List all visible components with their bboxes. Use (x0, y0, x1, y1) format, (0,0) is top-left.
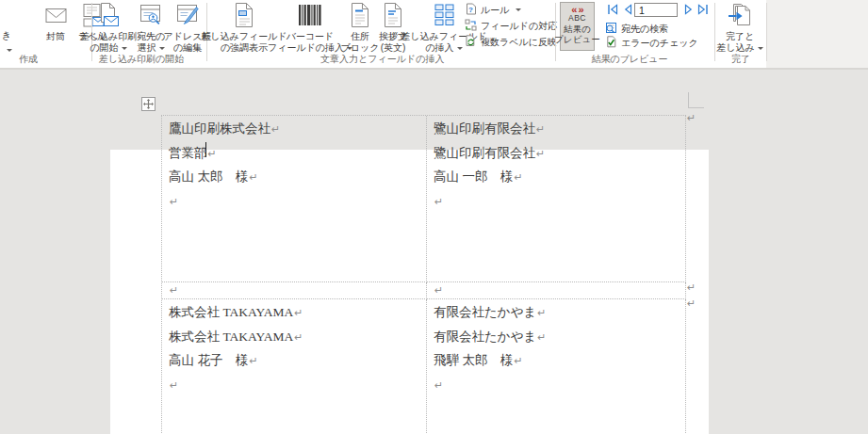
name-line: 高山 太郎 様↵ (169, 166, 422, 190)
svg-text:?: ? (468, 6, 473, 14)
update-labels-icon (465, 35, 477, 49)
department-line: 鷺山印刷有限会社↵ (434, 142, 681, 167)
department-line: 株式会社 TAKAYAMA↵ (169, 326, 422, 350)
find-recipient-button[interactable]: 宛先の検索 (605, 22, 668, 36)
start-mail-merge-icon (95, 2, 122, 30)
preview-results-toggle[interactable]: « » ABC 結果の プレビュー (560, 2, 595, 51)
paragraph-mark: ↵ (514, 355, 522, 367)
group-label-finish: 完了 (722, 54, 760, 64)
paragraph-mark: ↵ (170, 196, 178, 208)
group-separator (766, 3, 767, 61)
last-record-button[interactable] (696, 3, 710, 16)
paragraph-mark: ↵ (249, 171, 257, 184)
last-record-icon (696, 3, 710, 19)
paragraph-mark: ↵ (536, 123, 545, 136)
next-record-button[interactable] (682, 3, 696, 16)
table-move-handle[interactable] (141, 97, 156, 111)
department-line: 有限会社たかやま↵ (434, 326, 681, 350)
hagaki-button[interactable]: き (2, 29, 11, 42)
start-mail-merge-button[interactable]: 差し込み印刷 の開始 (83, 2, 134, 60)
envelope-icon (43, 2, 69, 30)
empty-line: ↵ (169, 374, 422, 398)
group-label-start-mail-merge: 差し込み印刷の開始 (98, 54, 185, 64)
paragraph-mark: ↵ (434, 196, 443, 208)
rules-button[interactable]: ? ルール (465, 3, 521, 17)
address-block-icon (348, 2, 372, 30)
check-errors-icon (605, 36, 617, 50)
previous-record-icon (621, 3, 634, 19)
select-recipients-icon (138, 2, 164, 30)
paragraph-mark: ↵ (208, 148, 217, 160)
empty-line: ↵ (169, 190, 422, 215)
envelope-button[interactable]: 封筒 (38, 2, 74, 60)
finish-and-merge-button[interactable]: 完了と 差し込み (717, 2, 762, 60)
ribbon-mailings-tab: き 封筒 ラベル 作成 差し込み印刷 の開始 (0, 0, 868, 68)
text-cursor (205, 142, 206, 157)
name-line: 高山 一郎 様↵ (434, 166, 681, 190)
previous-record-button[interactable] (621, 3, 634, 16)
paragraph-mark: ↵ (249, 355, 257, 367)
group-label-write-insert-fields: 文章入力とフィールドの挿入 (320, 54, 443, 64)
paragraph-mark: ↵ (514, 171, 522, 184)
insert-barcode-field-button[interactable]: バーコード フィールドの挿入 (277, 2, 343, 60)
update-labels-button[interactable]: 複数ラベルに反映 (465, 35, 557, 49)
paragraph-mark: ↵ (537, 331, 546, 344)
word-mailings-window: き 封筒 ラベル 作成 差し込み印刷 の開始 (0, 0, 868, 434)
paragraph-mark: ↵ (434, 379, 443, 392)
dropdown-chevron (516, 8, 521, 11)
label-cell-top-left[interactable]: 鷹山印刷株式会社↵ 営業部↵ 高山 太郎 様↵ ↵ (162, 116, 427, 282)
end-of-row-mark: ↵ (687, 282, 696, 294)
spacer-cell-left[interactable]: ↵ (162, 282, 427, 299)
paragraph-mark: ↵ (434, 284, 443, 297)
find-recipient-icon (605, 22, 617, 36)
highlight-merge-fields-icon (232, 2, 256, 30)
next-record-icon (682, 3, 696, 19)
group-label-create: 作成 (8, 54, 49, 64)
name-line: 飛騨 太郎 様↵ (434, 349, 681, 374)
paragraph-mark: ↵ (170, 379, 178, 392)
ribbon-empty-area (766, 0, 868, 68)
match-fields-icon (465, 19, 477, 33)
paragraph-mark: ↵ (271, 123, 280, 136)
greeting-line-icon (381, 2, 405, 30)
dropdown-chevron (758, 47, 763, 50)
check-errors-button[interactable]: エラーのチェック (605, 36, 698, 50)
company-line: 有限会社たかやま↵ (434, 301, 681, 326)
rules-icon: ? (465, 3, 477, 17)
hagaki-dropdown-chevron (7, 49, 12, 52)
insert-merge-field-icon (432, 2, 457, 30)
first-record-button[interactable] (606, 3, 619, 16)
match-fields-button[interactable]: フィールドの対応 (465, 19, 557, 33)
empty-line: ↵ (434, 190, 681, 215)
dropdown-chevron (122, 47, 127, 50)
move-cross-icon (143, 96, 154, 113)
paragraph-mark: ↵ (536, 148, 545, 160)
paragraph-mark: ↵ (294, 331, 303, 344)
spacer-cell-right[interactable]: ↵ (427, 282, 686, 299)
end-of-row-mark: ↵ (687, 298, 696, 310)
group-label-preview-results: 結果のプレビュー (588, 54, 671, 64)
name-line: 高山 花子 様↵ (169, 349, 422, 374)
dropdown-chevron (159, 47, 165, 50)
paragraph-mark: ↵ (537, 307, 546, 319)
label-table: 鷹山印刷株式会社↵ 営業部↵ 高山 太郎 様↵ ↵ 鷺山印刷有限会社↵ 鷺山印刷… (161, 115, 686, 434)
record-number-input[interactable] (634, 3, 678, 17)
edit-recipient-list-icon (174, 2, 201, 30)
label-cell-bottom-right[interactable]: 有限会社たかやま↵ 有限会社たかやま↵ 飛騨 太郎 様↵ ↵ (427, 299, 686, 434)
paragraph-mark: ↵ (170, 284, 178, 297)
paragraph-mark: ↵ (294, 307, 303, 319)
first-record-icon (606, 3, 619, 19)
end-of-row-mark: ↵ (687, 113, 696, 124)
department-line: 営業部↵ (169, 142, 422, 167)
group-separator (555, 3, 556, 61)
group-separator (714, 3, 715, 61)
finish-merge-icon (727, 2, 753, 30)
company-line: 鷺山印刷有限会社↵ (434, 118, 681, 142)
barcode-icon (297, 2, 323, 30)
dropdown-chevron (457, 47, 463, 50)
label-cell-top-right[interactable]: 鷺山印刷有限会社↵ 鷺山印刷有限会社↵ 高山 一郎 様↵ ↵ (427, 116, 686, 282)
label-cell-bottom-left[interactable]: 株式会社 TAKAYAMA↵ 株式会社 TAKAYAMA↵ 高山 花子 様↵ ↵ (162, 299, 427, 434)
company-line: 鷹山印刷株式会社↵ (169, 118, 422, 142)
address-block-button[interactable]: 住所 ブロック (343, 2, 377, 60)
company-line: 株式会社 TAKAYAMA↵ (169, 301, 422, 326)
